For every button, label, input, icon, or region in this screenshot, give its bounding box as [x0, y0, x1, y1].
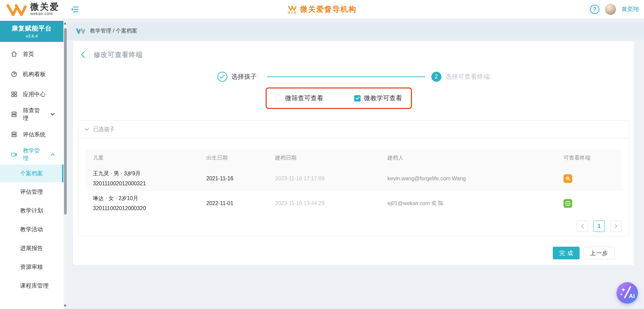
sidebar-subitem-label: 资源审核: [20, 263, 43, 271]
children-table: 儿童 出生日期 建档日期 建档人 可查看终端 王九灵 · 男 · 3岁9月: [86, 149, 622, 216]
step-1-check-icon: [217, 72, 227, 82]
caret-down-icon: [85, 128, 89, 131]
sidebar-subitem-label: 教学活动: [20, 226, 43, 233]
sidebar-item-org-dashboard[interactable]: 机构看板: [0, 64, 63, 84]
org-title: 微关爱督导机构: [300, 4, 357, 14]
column-header: 建档日期: [268, 149, 380, 166]
weiteach-viewable-checkbox-group[interactable]: 微教学可查看: [354, 94, 402, 103]
finish-button[interactable]: 完 成: [553, 247, 580, 259]
breadcrumb: 教学管理 / 个案档案: [67, 22, 644, 40]
table-row[interactable]: 王九灵 · 男 · 3岁9月 320111002012000321 2021-1…: [86, 166, 622, 191]
created-at: 2023-11-16 13:44:29: [268, 191, 380, 216]
checkbox-checked[interactable]: [354, 95, 361, 102]
sidebar-subitem-label: 评估管理: [20, 188, 43, 196]
org-mini-caption: 微关爱: [288, 11, 297, 14]
pagination: 1: [78, 216, 629, 232]
sidebar-collapse-icon[interactable]: [71, 6, 79, 13]
brand-name: 微关爱: [30, 2, 59, 11]
step-1-label: 选择孩子: [231, 72, 257, 81]
platform-version: v3.8.4: [0, 34, 63, 39]
ai-assistant-button[interactable]: ✦ ✦ AI: [616, 282, 638, 304]
title-divider: [89, 51, 90, 59]
sidebar-subitem-teaching-activity[interactable]: 教学活动: [0, 220, 63, 239]
sidebar-subitem-progress-report[interactable]: 进展报告: [0, 239, 63, 257]
weiscreen-viewable-checkbox-group[interactable]: 微筛查可查看: [275, 94, 323, 103]
sidebar-item-label: 教学管理: [23, 147, 45, 162]
user-name[interactable]: 黄奕翔: [622, 5, 639, 13]
sidebar-subitem-assessment-management[interactable]: 评估管理: [0, 182, 63, 201]
scrollbar-thumb[interactable]: [64, 28, 67, 214]
checkbox-unchecked[interactable]: [275, 95, 282, 102]
scrollbar-down-arrow[interactable]: [64, 305, 66, 307]
sidebar-subitem-label: 教学计划: [20, 207, 43, 214]
sidebar: 康复赋能平台 v3.8.4 首页 机构看板: [0, 19, 67, 309]
stepper: 选择孩子 2 选择可查看终端: [73, 72, 634, 82]
table-row[interactable]: 琳达 · 女 · 2岁10月 320111002012000320 2022-1…: [86, 191, 622, 216]
sidebar-subitem-resource-review[interactable]: 资源审核: [0, 257, 63, 276]
back-button[interactable]: [80, 51, 85, 58]
weiteach-app-icon: [564, 199, 572, 208]
top-header: 微关爱 wekair.com 微关爱 微关爱督导机构 ? 黄奕翔: [0, 0, 644, 19]
birth-date: 2022-11-01: [199, 191, 268, 216]
pagination-page-1[interactable]: 1: [593, 221, 605, 232]
creator: ej01@wekair.com 奕 陈: [380, 191, 556, 216]
annotation-highlight-box: 微筛查可查看 微教学可查看: [266, 87, 412, 109]
column-header: 儿童: [86, 149, 199, 166]
sidebar-item-label: 评估系统: [23, 131, 46, 138]
main-content: 教学管理 / 个案档案 修改可查看终端 选择孩子 2 选择可查看终端: [67, 19, 644, 309]
sidebar-item-assessment-system[interactable]: 评估系统: [0, 124, 63, 144]
help-icon[interactable]: ?: [590, 5, 599, 14]
ai-label: AI: [629, 293, 635, 300]
chevron-down-icon: [51, 113, 55, 116]
sidebar-item-home[interactable]: 首页: [0, 44, 63, 64]
checkbox-label: 微教学可查看: [364, 94, 402, 103]
sidebar-subitem-label: 课程库管理: [20, 282, 49, 290]
sidebar-platform-header: 康复赋能平台 v3.8.4: [0, 21, 63, 42]
column-header: 出生日期: [199, 149, 268, 166]
child-id: 320111002012000321: [93, 179, 199, 189]
column-header: 可查看终端: [556, 149, 622, 166]
sidebar-subitem-course-library[interactable]: 课程库管理: [0, 276, 63, 295]
creator: kevin.wang@forgelife.com Wang: [380, 166, 556, 191]
list-server-icon: [11, 111, 17, 118]
video-camera-icon: [11, 151, 17, 158]
avatar[interactable]: [605, 4, 616, 15]
checkbox-label: 微筛查可查看: [285, 94, 323, 103]
sidebar-item-teaching-management[interactable]: 教学管理: [0, 144, 63, 165]
birth-date: 2021-11-16: [199, 166, 268, 191]
panel-title: 已选孩子: [93, 126, 115, 133]
previous-step-button[interactable]: 上一步: [584, 247, 614, 259]
pagination-prev-button[interactable]: [577, 221, 588, 232]
brand-domain: wekair.com: [30, 12, 59, 16]
org-header: 微关爱 微关爱督导机构: [287, 4, 357, 14]
sidebar-item-label: 首页: [23, 50, 34, 58]
chevron-up-icon: [51, 153, 55, 156]
breadcrumb-text: 教学管理 / 个案档案: [90, 27, 137, 35]
apps-grid-icon: [11, 91, 17, 98]
panel-collapse-header[interactable]: 已选孩子: [78, 121, 629, 138]
sidebar-item-app-center[interactable]: 应用中心: [0, 84, 63, 104]
scrollbar-up-arrow[interactable]: [64, 22, 66, 24]
column-header: 建档人: [380, 149, 556, 166]
sidebar-subitem-case-files[interactable]: 个案档案: [0, 165, 63, 182]
page-title: 修改可查看终端: [94, 50, 143, 59]
sidebar-subitem-label: 进展报告: [20, 244, 43, 252]
sidebar-subitem-teaching-plan[interactable]: 教学计划: [0, 201, 63, 220]
table-header-row: 儿童 出生日期 建档日期 建档人 可查看终端: [86, 149, 622, 166]
sidebar-item-screening[interactable]: 筛查管理: [0, 104, 63, 124]
home-icon: [11, 51, 17, 57]
sidebar-subitem-label: 个案档案: [20, 170, 43, 177]
sparkle-icon: ✦: [620, 292, 623, 297]
platform-title: 康复赋能平台: [0, 24, 63, 33]
list-server-icon: [11, 131, 17, 138]
created-at: 2023-11-16 17:17:09: [268, 166, 380, 191]
child-name: 琳达 · 女 · 2岁10月: [93, 193, 199, 203]
org-mini-logo: 微关爱: [287, 5, 297, 14]
step-2-number: 2: [431, 72, 441, 82]
pagination-next-button[interactable]: [610, 221, 622, 232]
brand-logo-group: 微关爱 wekair.com: [5, 2, 59, 17]
step-2-label: 选择可查看终端: [445, 72, 490, 81]
sidebar-scrollbar[interactable]: [63, 19, 67, 309]
wekair-logo-icon: [5, 2, 28, 17]
child-id: 320111002012000320: [93, 203, 199, 213]
